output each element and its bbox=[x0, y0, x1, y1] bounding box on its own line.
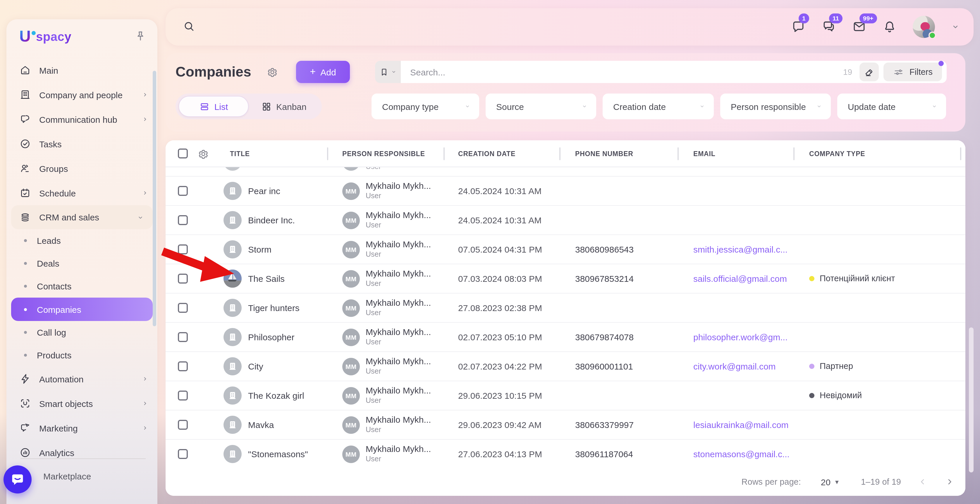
row-checkbox[interactable] bbox=[178, 186, 188, 196]
next-page-button[interactable] bbox=[944, 477, 955, 487]
sidebar-item-analytics[interactable]: Analytics bbox=[6, 440, 158, 465]
pin-sidebar-icon[interactable] bbox=[134, 30, 147, 43]
sidebar-item-company-and-people[interactable]: Company and people bbox=[6, 82, 158, 107]
company-title[interactable]: Storm bbox=[248, 244, 272, 254]
mail-icon[interactable]: 99+ bbox=[852, 19, 867, 35]
email-link[interactable]: sails.official@gmail.com bbox=[693, 274, 787, 284]
table-row[interactable]: Tiger hunters MM Mykhailo Mykh... User 2… bbox=[165, 293, 966, 323]
user-avatar[interactable] bbox=[913, 16, 935, 38]
row-checkbox[interactable] bbox=[178, 391, 188, 401]
sidebar-item-crm-and-sales[interactable]: CRM and sales bbox=[11, 205, 153, 229]
column-creation-date[interactable]: CREATION DATE bbox=[458, 150, 515, 157]
company-title[interactable]: The Kozak girl bbox=[248, 391, 304, 401]
company-title[interactable]: The Sails bbox=[248, 274, 285, 284]
sidebar-item-products[interactable]: Products bbox=[6, 344, 158, 367]
row-checkbox[interactable] bbox=[178, 215, 188, 225]
company-title[interactable]: "Stonemasons" bbox=[248, 449, 308, 459]
sidebar-item-marketing[interactable]: Marketing bbox=[6, 416, 158, 440]
sidebar-item-tasks[interactable]: Tasks bbox=[6, 132, 158, 156]
sidebar-item-contacts[interactable]: Contacts bbox=[6, 275, 158, 298]
uspacy-logo[interactable]: U spacy bbox=[19, 29, 72, 44]
row-checkbox[interactable] bbox=[178, 361, 188, 371]
row-checkbox[interactable] bbox=[178, 449, 188, 459]
sidebar-item-schedule[interactable]: Schedule bbox=[6, 181, 158, 205]
table-row[interactable]: HSBF MM Mykhailo Mykh... User 24.05.2024… bbox=[165, 167, 966, 177]
tab-list-view[interactable]: List bbox=[178, 96, 249, 117]
support-chat-widget[interactable] bbox=[3, 465, 32, 493]
filter-dropdown-creation-date[interactable]: Creation date bbox=[603, 94, 714, 119]
table-row[interactable]: Mavka MM Mykhailo Mykh... User 29.06.202… bbox=[165, 410, 966, 440]
bell-icon[interactable] bbox=[882, 19, 897, 35]
filter-dropdown-company-type[interactable]: Company type bbox=[372, 94, 479, 119]
table-row[interactable]: The Sails MM Mykhailo Mykh... User 07.03… bbox=[165, 264, 966, 293]
group-chat-icon[interactable]: 11 bbox=[821, 19, 837, 35]
sidebar-item-automation[interactable]: Automation bbox=[6, 367, 158, 391]
sidebar-item-companies[interactable]: Companies bbox=[11, 298, 153, 321]
sidebar-item-main[interactable]: Main bbox=[6, 58, 158, 82]
tab-kanban-view[interactable]: Kanban bbox=[246, 101, 322, 112]
email-link[interactable]: stonemasons@gmail.c... bbox=[693, 449, 789, 459]
company-avatar bbox=[223, 211, 242, 229]
table-row[interactable]: Pear inc MM Mykhailo Mykh... User 24.05.… bbox=[165, 177, 966, 206]
company-title[interactable]: City bbox=[248, 361, 263, 371]
clear-search-button[interactable] bbox=[859, 63, 878, 81]
table-row[interactable]: Philosopher MM Mykhailo Mykh... User 02.… bbox=[165, 323, 966, 352]
search-field[interactable]: 19 Filters bbox=[401, 61, 947, 83]
search-input[interactable] bbox=[409, 67, 843, 78]
sidebar-item-groups[interactable]: Groups bbox=[6, 156, 158, 181]
sidebar-item-communication-hub[interactable]: Communication hub bbox=[6, 107, 158, 132]
chevron-down-icon[interactable] bbox=[950, 22, 961, 32]
chat-icon[interactable]: 1 bbox=[791, 19, 806, 35]
email-link[interactable]: smith.jessica@gmail.c... bbox=[693, 244, 788, 254]
sidebar-scrollbar[interactable] bbox=[153, 71, 156, 326]
person-role: User bbox=[366, 309, 431, 317]
company-title[interactable]: Tiger hunters bbox=[248, 303, 299, 313]
person-avatar: MM bbox=[342, 416, 360, 434]
rows-per-page-select[interactable]: 20 bbox=[821, 477, 830, 487]
column-email[interactable]: EMAIL bbox=[693, 150, 716, 157]
caret-down-icon[interactable]: ▼ bbox=[834, 479, 840, 485]
email-link[interactable]: city.work@gmail.com bbox=[693, 361, 776, 371]
select-all-checkbox[interactable] bbox=[178, 149, 188, 158]
row-checkbox[interactable] bbox=[178, 244, 188, 254]
company-title[interactable]: Bindeer Inc. bbox=[248, 215, 295, 225]
search-group: 19 Filters bbox=[375, 61, 947, 83]
sidebar-item-deals[interactable]: Deals bbox=[6, 252, 158, 275]
chevron-down-icon bbox=[458, 103, 471, 110]
sidebar-item-leads[interactable]: Leads bbox=[6, 229, 158, 252]
column-divider bbox=[559, 147, 560, 160]
column-phone-number[interactable]: PHONE NUMBER bbox=[575, 150, 633, 157]
filters-button[interactable]: Filters bbox=[883, 63, 942, 81]
search-icon[interactable] bbox=[183, 20, 196, 33]
row-checkbox[interactable] bbox=[178, 332, 188, 342]
company-title[interactable]: Mavka bbox=[248, 420, 274, 430]
settings-gear-icon[interactable] bbox=[266, 66, 278, 78]
row-checkbox[interactable] bbox=[178, 303, 188, 313]
add-button[interactable]: + Add bbox=[296, 61, 350, 83]
column-person-responsible[interactable]: PERSON RESPONSIBLE bbox=[342, 150, 425, 157]
eraser-icon bbox=[863, 67, 874, 78]
row-checkbox[interactable] bbox=[178, 420, 188, 430]
sidebar-item-smart-objects[interactable]: Smart objects bbox=[6, 391, 158, 416]
previous-page-button[interactable] bbox=[917, 477, 928, 487]
table-row[interactable]: Bindeer Inc. MM Mykhailo Mykh... User 24… bbox=[165, 206, 966, 235]
company-title[interactable]: Philosopher bbox=[248, 332, 294, 342]
company-title[interactable]: Pear inc bbox=[248, 186, 280, 196]
email-link[interactable]: philosopher.work@gm... bbox=[693, 332, 788, 342]
table-row[interactable]: The Kozak girl MM Mykhailo Mykh... User … bbox=[165, 381, 966, 410]
column-company-type[interactable]: COMPANY TYPE bbox=[809, 150, 865, 157]
columns-gear-icon[interactable] bbox=[197, 148, 210, 160]
row-checkbox[interactable] bbox=[178, 274, 188, 284]
type-color-dot bbox=[809, 393, 815, 398]
filter-dropdown-person-responsible[interactable]: Person responsible bbox=[720, 94, 831, 119]
column-title[interactable]: TITLE bbox=[230, 150, 250, 157]
sidebar-item-call-log[interactable]: Call log bbox=[6, 321, 158, 344]
table-row[interactable]: Storm MM Mykhailo Mykh... User 07.05.202… bbox=[165, 235, 966, 264]
filter-dropdown-update-date[interactable]: Update date bbox=[837, 94, 946, 119]
email-link[interactable]: lesiaukrainka@mail.com bbox=[693, 420, 789, 430]
page-scrollbar[interactable] bbox=[969, 327, 974, 472]
table-row[interactable]: "Stonemasons" MM Mykhailo Mykh... User 2… bbox=[165, 440, 966, 469]
saved-filters-button[interactable] bbox=[375, 61, 401, 83]
filter-dropdown-source[interactable]: Source bbox=[485, 94, 596, 119]
table-row[interactable]: City MM Mykhailo Mykh... User 02.07.2023… bbox=[165, 352, 966, 381]
